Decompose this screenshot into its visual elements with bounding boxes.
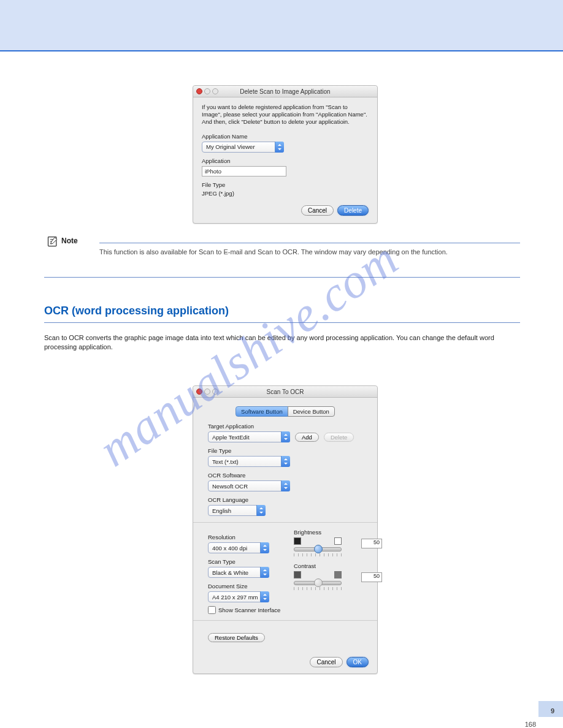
ocr-software-value: Newsoft OCR (212, 483, 248, 490)
chevron-down-icon (275, 142, 284, 153)
resolution-select[interactable]: 400 x 400 dpi (208, 542, 269, 553)
note-icon (47, 235, 59, 248)
document-size-select[interactable]: A4 210 x 297 mm (208, 591, 269, 602)
scan-type-select[interactable]: Black & White (208, 567, 269, 578)
dialog-title: Delete Scan to Image Application (193, 88, 377, 95)
cancel-button[interactable]: Cancel (301, 205, 334, 216)
restore-defaults-button[interactable]: Restore Defaults (208, 633, 265, 642)
add-button[interactable]: Add (295, 433, 319, 442)
tab-software-button[interactable]: Software Button (236, 406, 288, 417)
scan-type-label: Scan Type (208, 558, 282, 565)
slider-thumb[interactable] (314, 545, 323, 553)
resolution-value: 400 x 400 dpi (212, 545, 247, 552)
swatch-high-contrast-icon (334, 571, 342, 578)
contrast-value[interactable]: 50 (361, 572, 382, 582)
page-number: 168 (525, 721, 536, 728)
tab-device-button[interactable]: Device Button (288, 406, 335, 417)
slider-ticks (294, 553, 342, 556)
ocr-software-select[interactable]: Newsoft OCR (208, 480, 290, 491)
scan-type-value: Black & White (212, 569, 248, 576)
swatch-dark-icon (294, 537, 301, 545)
delete-button: Delete (324, 433, 354, 442)
show-scanner-checkbox[interactable] (208, 606, 216, 614)
chevron-down-icon (260, 542, 269, 553)
divider (44, 322, 520, 323)
cancel-button[interactable]: Cancel (310, 657, 342, 667)
application-label: Application (202, 157, 369, 164)
divider (44, 277, 520, 278)
scan-to-ocr-dialog: Scan To OCR Software Button Device Butto… (193, 385, 378, 674)
contrast-slider[interactable] (294, 581, 342, 585)
filetype-label: File Type (202, 181, 369, 188)
appname-select[interactable]: My Original Viewer (202, 142, 284, 153)
brightness-slider[interactable] (294, 547, 342, 552)
ocr-language-value: English (212, 507, 231, 514)
tab-bar: Software Button Device Button (193, 406, 377, 417)
brightness-value[interactable]: 50 (361, 539, 382, 548)
titlebar: Delete Scan to Image Application (193, 86, 377, 97)
target-app-label: Target Application (208, 423, 362, 430)
instruction-text: If you want to delete registered applica… (202, 104, 369, 126)
chevron-down-icon (281, 480, 290, 491)
titlebar: Scan To OCR (193, 386, 377, 398)
chevron-down-icon (260, 591, 269, 602)
divider (193, 522, 377, 523)
filetype-value: JPEG (*.jpg) (202, 190, 369, 197)
document-size-label: Document Size (208, 583, 282, 590)
brightness-label: Brightness (294, 529, 362, 536)
divider (193, 620, 377, 621)
filetype-value: Text (*.txt) (212, 458, 239, 465)
ok-button[interactable]: OK (347, 657, 369, 667)
delete-button[interactable]: Delete (337, 205, 369, 216)
note-text: This function is also available for Scan… (99, 243, 520, 269)
section-number: 9 (551, 707, 554, 715)
header-band (0, 0, 563, 51)
section-heading: OCR (word processing application) (44, 305, 229, 317)
chevron-down-icon (281, 431, 290, 442)
application-field: iPhoto (202, 166, 286, 176)
note-label: Note (61, 237, 78, 245)
slider-thumb[interactable] (314, 578, 323, 587)
show-scanner-label: Show Scanner Interface (218, 607, 280, 613)
ocr-language-label: OCR Language (208, 496, 362, 503)
filetype-select[interactable]: Text (*.txt) (208, 456, 290, 467)
swatch-low-contrast-icon (294, 571, 301, 578)
chevron-down-icon (256, 505, 266, 516)
document-size-value: A4 210 x 297 mm (212, 594, 258, 601)
application-value: iPhoto (205, 168, 221, 175)
slider-ticks (294, 587, 342, 590)
delete-app-dialog: Delete Scan to Image Application If you … (193, 85, 378, 224)
section-paragraph: Scan to OCR converts the graphic page im… (44, 333, 520, 352)
dialog-title: Scan To OCR (193, 389, 377, 395)
ocr-language-select[interactable]: English (208, 505, 266, 516)
chevron-down-icon (281, 456, 290, 467)
ocr-software-label: OCR Software (208, 472, 362, 479)
chevron-down-icon (260, 567, 269, 578)
target-app-select[interactable]: Apple TextEdit (208, 431, 290, 442)
resolution-label: Resolution (208, 534, 282, 540)
appname-label: Application Name (202, 133, 369, 140)
filetype-label: File Type (208, 447, 362, 454)
swatch-light-icon (334, 537, 342, 545)
contrast-label: Contrast (294, 563, 362, 569)
target-app-value: Apple TextEdit (212, 434, 250, 441)
appname-value: My Original Viewer (206, 143, 255, 150)
